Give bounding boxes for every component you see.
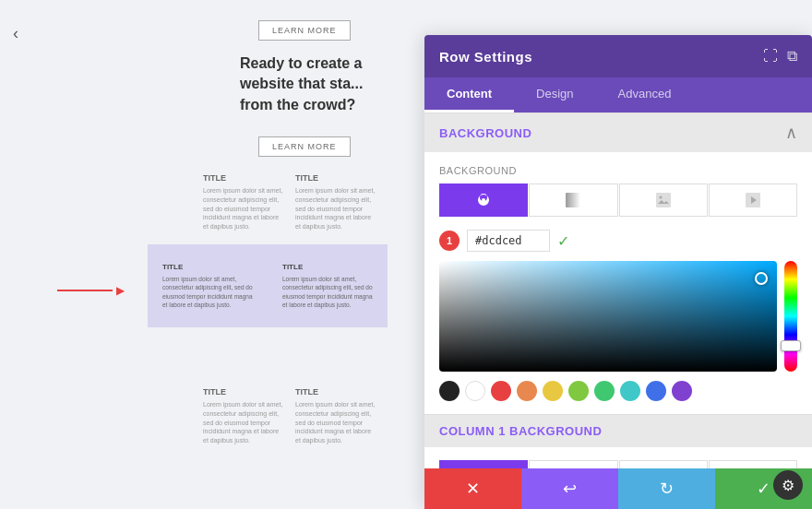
panel-body: Background ∧ Background — [424, 112, 812, 468]
bottom-card-2-title: TITLE — [295, 387, 376, 397]
collapse-icon[interactable]: ∧ — [785, 123, 797, 143]
col1-bg-type-video[interactable] — [709, 460, 797, 468]
hue-slider-thumb[interactable] — [781, 340, 801, 351]
column1-bg-title: Column 1 Background — [439, 424, 602, 438]
purple-card-2-title: TITLE — [282, 263, 373, 271]
panel-tabs: Content Design Advanced — [424, 77, 812, 112]
swatch-white[interactable] — [465, 381, 485, 401]
bg-type-buttons — [439, 183, 797, 217]
background-field-label: Background — [439, 165, 797, 176]
swatch-teal[interactable] — [620, 381, 640, 401]
swatch-red[interactable] — [491, 381, 511, 401]
swatch-green[interactable] — [594, 381, 615, 401]
swatch-purple[interactable] — [672, 381, 692, 401]
hero-line2: website that sta... — [240, 74, 363, 94]
background-title: Background — [439, 126, 531, 140]
hero-text: Ready to create a website that sta... fr… — [240, 53, 363, 115]
redo-button[interactable]: ↻ — [618, 468, 715, 509]
bottom-card-1-text: Lorem ipsum dolor sit amet, consectetur … — [203, 400, 284, 445]
card-1-text: Lorem ipsum dolor sit amet, consectetur … — [203, 186, 284, 231]
back-arrow[interactable]: ‹ — [13, 24, 18, 43]
svg-point-3 — [659, 196, 662, 199]
bg-type-color[interactable] — [439, 183, 528, 217]
purple-card-1: TITLE Lorem ipsum dolor sit amet, consec… — [157, 257, 258, 314]
panel-header-icons: ⛶ ⧉ — [763, 48, 797, 65]
hero-line1: Ready to create a — [240, 53, 363, 74]
background-section-content: Background 1 ✓ — [424, 152, 812, 414]
color-swatches — [439, 381, 797, 401]
card-1: TITLE Lorem ipsum dolor sit amet, consec… — [203, 173, 284, 231]
bg-type-image[interactable] — [619, 183, 708, 217]
color-hex-input[interactable] — [467, 230, 550, 252]
color-picker[interactable] — [439, 261, 797, 372]
purple-card-1-text: Lorem ipsum dolor sit amet, consectetur … — [162, 275, 253, 308]
swatch-black[interactable] — [439, 381, 460, 401]
bottom-card-1-title: TITLE — [203, 387, 284, 397]
card-2-title: TITLE — [295, 173, 376, 183]
color-gradient-field[interactable] — [439, 261, 777, 372]
step-badge: 1 — [439, 231, 460, 251]
screen-icon[interactable]: ⛶ — [763, 48, 778, 65]
panel-footer: ✕ ↩ ↻ ✓ — [424, 468, 812, 509]
color-input-row: 1 ✓ — [439, 230, 797, 252]
card-1-title: TITLE — [203, 173, 284, 183]
color-picker-cursor[interactable] — [755, 272, 768, 285]
hero-line3: from the crowd? — [240, 95, 363, 115]
panel-title: Row Settings — [439, 49, 532, 65]
red-arrow — [57, 284, 125, 297]
tab-advanced[interactable]: Advanced — [596, 77, 694, 112]
cancel-button[interactable]: ✕ — [424, 468, 521, 509]
settings-icon[interactable]: ⚙ — [773, 470, 803, 500]
svg-rect-2 — [656, 193, 671, 207]
learn-more-button-1[interactable]: LEARN MORE — [258, 20, 351, 41]
svg-point-0 — [482, 198, 485, 202]
bottom-card-1: TITLE Lorem ipsum dolor sit amet, consec… — [203, 387, 284, 445]
background-section-header: Background ∧ — [424, 112, 812, 152]
tab-content[interactable]: Content — [424, 77, 514, 112]
svg-rect-1 — [566, 193, 580, 207]
learn-more-button-2[interactable]: LEARN MORE — [258, 136, 351, 157]
purple-section: TITLE Lorem ipsum dolor sit amet, consec… — [148, 244, 388, 327]
panel-header: Row Settings ⛶ ⧉ — [424, 35, 812, 77]
purple-card-2-text: Lorem ipsum dolor sit amet, consectetur … — [282, 275, 373, 308]
col1-bg-type-image[interactable] — [619, 460, 708, 468]
card-2: TITLE Lorem ipsum dolor sit amet, consec… — [295, 173, 376, 231]
row-settings-panel: Row Settings ⛶ ⧉ Content Design Advanced… — [424, 35, 812, 509]
column1-bg-type-buttons — [439, 460, 797, 468]
hue-slider[interactable] — [784, 261, 797, 372]
cards-section: TITLE Lorem ipsum dolor sit amet, consec… — [203, 173, 376, 231]
bottom-card-2: TITLE Lorem ipsum dolor sit amet, consec… — [295, 387, 376, 445]
column1-section-content — [424, 447, 812, 468]
tab-design[interactable]: Design — [514, 77, 595, 112]
swatch-blue[interactable] — [646, 381, 666, 401]
col1-bg-type-gradient[interactable] — [529, 460, 617, 468]
purple-card-1-title: TITLE — [162, 263, 253, 271]
purple-card-2: TITLE Lorem ipsum dolor sit amet, consec… — [277, 257, 378, 314]
card-2-text: Lorem ipsum dolor sit amet, consectetur … — [295, 186, 376, 231]
column1-section-header: Column 1 Background — [424, 414, 812, 447]
bg-type-video[interactable] — [709, 183, 797, 217]
columns-icon[interactable]: ⧉ — [787, 48, 797, 65]
bg-type-gradient[interactable] — [529, 183, 617, 217]
bottom-card-2-text: Lorem ipsum dolor sit amet, consectetur … — [295, 400, 376, 445]
bottom-section: TITLE Lorem ipsum dolor sit amet, consec… — [203, 387, 376, 445]
editor-area: ‹ LEARN MORE Ready to create a website t… — [0, 0, 388, 509]
swatch-lime[interactable] — [568, 381, 589, 401]
swatch-orange[interactable] — [517, 381, 537, 401]
col1-bg-type-color[interactable] — [439, 460, 528, 468]
color-confirm-icon[interactable]: ✓ — [557, 232, 569, 250]
reset-button[interactable]: ↩ — [521, 468, 618, 509]
swatch-yellow[interactable] — [543, 381, 563, 401]
